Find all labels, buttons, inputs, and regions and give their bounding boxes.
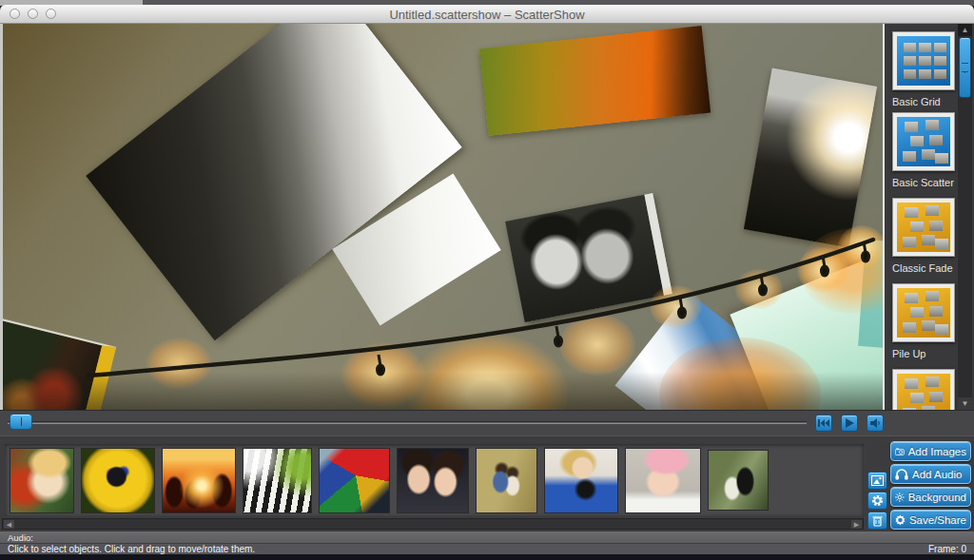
light-glow (407, 333, 569, 410)
template-item-basic-scatter[interactable]: Basic Scatter (892, 112, 955, 188)
button-label: Background (908, 492, 966, 503)
button-label: Add Images (908, 446, 966, 457)
light-glow (559, 314, 635, 376)
camera-icon (895, 446, 905, 457)
preview-canvas[interactable] (0, 24, 885, 410)
template-thumbnail (892, 31, 955, 90)
template-thumbnail (892, 198, 955, 257)
play-button[interactable] (841, 415, 858, 432)
app-window: Untitled.scattershow – ScatterShow (0, 0, 974, 560)
trash-icon (872, 515, 883, 527)
light-glow (146, 338, 212, 390)
template-label: Pile Up (892, 348, 955, 359)
scatter-photo-bw-couple[interactable] (505, 193, 672, 322)
scroll-right-icon[interactable]: ▶ (851, 520, 862, 529)
filmstrip-photo-child[interactable] (10, 449, 73, 512)
action-buttons: Add Images Add Audio (890, 441, 971, 530)
titlebar[interactable]: Untitled.scattershow – ScatterShow (0, 5, 974, 24)
template-item-pile-up[interactable]: Pile Up (892, 283, 955, 359)
timeline-track[interactable] (8, 421, 807, 424)
background-button[interactable]: Background (890, 487, 971, 507)
template-thumbnail (892, 283, 955, 342)
template-thumbnail (892, 112, 955, 171)
add-audio-button[interactable]: Add Audio (890, 464, 971, 484)
settings-button[interactable] (867, 492, 887, 510)
timeline-row (0, 410, 974, 435)
badge-icon (895, 513, 906, 527)
scroll-down-icon[interactable]: ▼ (958, 397, 972, 410)
save-share-button[interactable]: Save/Share (890, 510, 971, 530)
hint-text: Click to select objects. Click and drag … (8, 544, 255, 554)
image-icon (871, 475, 884, 486)
scatter-photo-teal-strip[interactable] (858, 240, 885, 348)
template-label: Basic Scatter (892, 177, 955, 188)
desktop-strip (0, 554, 974, 560)
template-sidebar: Basic Grid Basic Scatter Classic Fade Pi… (885, 24, 974, 410)
scatter-photo-sunset[interactable] (744, 68, 877, 248)
media-panel: ◀ ▶ (0, 435, 974, 531)
template-label: Classic Fade (892, 262, 955, 274)
audio-bar: Audio: (0, 531, 974, 543)
play-icon (845, 418, 854, 428)
status-bar: Click to select objects. Click and drag … (0, 543, 974, 554)
filmstrip-photo-couple-grass[interactable] (477, 449, 536, 512)
tool-column (867, 472, 888, 530)
image-settings-button[interactable] (867, 472, 887, 490)
filmstrip-photo-sunflower[interactable] (82, 449, 154, 512)
template-thumbnail (892, 369, 955, 410)
sun-icon (895, 491, 905, 504)
template-item-classic-fade[interactable]: Classic Fade (892, 198, 955, 274)
filmstrip-scrollbar[interactable]: ◀ ▶ (2, 518, 864, 530)
scatter-photo-yellow-edge[interactable] (0, 316, 116, 410)
audio-label: Audio: (8, 532, 33, 543)
add-images-button[interactable]: Add Images (890, 441, 971, 461)
filmstrip-photo-two-women[interactable] (398, 449, 468, 512)
mute-button[interactable] (867, 415, 884, 432)
skip-to-start-button[interactable] (815, 415, 832, 432)
filmstrip-photo-baby[interactable] (626, 449, 700, 512)
sidebar-scrollbar[interactable]: ▲ ▼ (958, 24, 972, 410)
template-label: Basic Grid (892, 96, 955, 107)
speaker-icon (870, 418, 881, 428)
template-item-basic-grid[interactable]: Basic Grid (892, 31, 955, 107)
scroll-up-icon[interactable]: ▲ (958, 24, 972, 36)
filmstrip-photo-kite[interactable] (320, 449, 389, 512)
window-title: Untitled.scattershow – ScatterShow (0, 8, 974, 22)
delete-button[interactable] (867, 512, 887, 530)
scrollbar-thumb[interactable] (959, 37, 971, 98)
headphones-icon (895, 468, 908, 480)
filmstrip-photo-camera-woman[interactable] (545, 449, 617, 512)
button-label: Save/Share (909, 514, 966, 526)
scroll-left-icon[interactable]: ◀ (4, 520, 14, 529)
timeline-handle[interactable] (10, 414, 32, 430)
template-item-partial[interactable] (892, 369, 955, 410)
filmstrip (5, 444, 864, 516)
filmstrip-photo-wedding[interactable] (709, 451, 768, 510)
frame-counter: Frame: 0 (928, 544, 966, 554)
light-glow (341, 342, 426, 409)
filmstrip-photo-party[interactable] (163, 449, 235, 512)
button-label: Add Audio (912, 469, 962, 480)
scatter-photo-autumn[interactable] (479, 26, 711, 136)
gear-icon (871, 494, 884, 507)
filmstrip-photo-zebra[interactable] (244, 449, 311, 512)
skip-to-start-icon (818, 418, 829, 428)
